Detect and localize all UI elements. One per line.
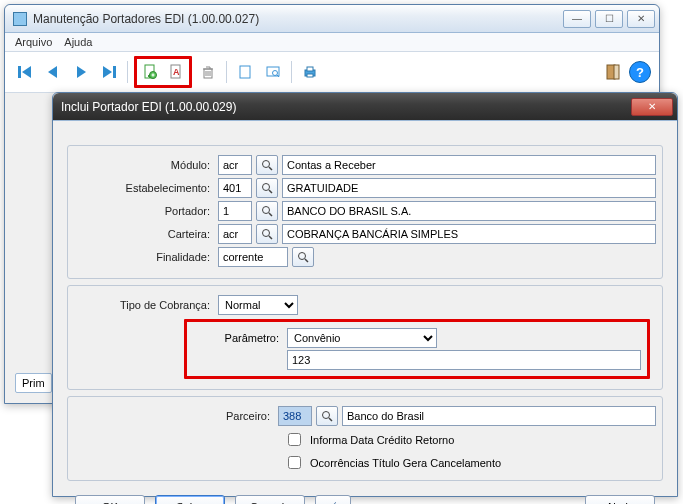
modulo-lookup-icon[interactable] bbox=[256, 155, 278, 175]
parceiro-code-input[interactable] bbox=[278, 406, 312, 426]
svg-point-21 bbox=[263, 207, 270, 214]
portador-lookup-icon[interactable] bbox=[256, 201, 278, 221]
ajuda-button[interactable]: Ajuda bbox=[585, 495, 655, 504]
carteira-code-input[interactable] bbox=[218, 224, 252, 244]
highlight-box-toolbar: A bbox=[134, 56, 192, 88]
toolbar-separator bbox=[127, 61, 128, 83]
group-cobranca: Tipo de Cobrança: Normal Parâmetro: Conv… bbox=[67, 285, 663, 390]
finalidade-input[interactable] bbox=[218, 247, 288, 267]
close-button[interactable]: ✕ bbox=[627, 10, 655, 28]
parent-title: Manutenção Portadores EDI (1.00.00.027) bbox=[33, 12, 557, 26]
svg-rect-11 bbox=[240, 66, 250, 78]
label-portador: Portador: bbox=[74, 205, 214, 217]
svg-rect-18 bbox=[614, 65, 619, 79]
estab-lookup-icon[interactable] bbox=[256, 178, 278, 198]
ok-button[interactable]: OK bbox=[75, 495, 145, 504]
dialog-close-button[interactable]: ✕ bbox=[631, 98, 673, 116]
minimize-button[interactable]: — bbox=[563, 10, 591, 28]
portador-desc-input[interactable] bbox=[282, 201, 656, 221]
group-identificacao: Módulo: Estabelecimento: Portador: Carte… bbox=[67, 145, 663, 279]
toolbar-separator bbox=[291, 61, 292, 83]
parceiro-desc-input[interactable] bbox=[342, 406, 656, 426]
label-parametro: Parâmetro: bbox=[193, 332, 283, 344]
parametro-valor-input[interactable] bbox=[287, 350, 641, 370]
svg-point-20 bbox=[263, 184, 270, 191]
check-ocorrencias-label: Ocorrências Título Gera Cancelamento bbox=[310, 457, 501, 469]
carteira-desc-input[interactable] bbox=[282, 224, 656, 244]
portador-code-input[interactable] bbox=[218, 201, 252, 221]
nav-prev-icon[interactable] bbox=[41, 60, 65, 84]
dialog-titlebar: Inclui Portador EDI (1.00.00.029) ✕ bbox=[53, 93, 677, 121]
carteira-lookup-icon[interactable] bbox=[256, 224, 278, 244]
print-icon[interactable] bbox=[298, 60, 322, 84]
label-finalidade: Finalidade: bbox=[74, 251, 214, 263]
toolbar: A ? bbox=[5, 52, 659, 93]
menubar: Arquivo Ajuda bbox=[5, 33, 659, 52]
tipo-cobranca-combo[interactable]: Normal bbox=[218, 295, 298, 315]
dialog-title: Inclui Portador EDI (1.00.00.029) bbox=[61, 100, 625, 114]
modulo-desc-input[interactable] bbox=[282, 155, 656, 175]
check-informa-data-label: Informa Data Crédito Retorno bbox=[310, 434, 454, 446]
attach-icon-button[interactable] bbox=[315, 495, 351, 504]
svg-rect-5 bbox=[113, 66, 116, 78]
maximize-button[interactable]: ☐ bbox=[595, 10, 623, 28]
parent-clipped-label: Prim bbox=[22, 377, 45, 389]
finalidade-lookup-icon[interactable] bbox=[292, 247, 314, 267]
svg-marker-1 bbox=[22, 66, 31, 78]
delete-icon[interactable] bbox=[196, 60, 220, 84]
dialog-body: Módulo: Estabelecimento: Portador: Carte… bbox=[53, 121, 677, 504]
exit-icon[interactable] bbox=[601, 60, 625, 84]
nav-next-icon[interactable] bbox=[69, 60, 93, 84]
estab-code-input[interactable] bbox=[218, 178, 252, 198]
new-record-icon[interactable] bbox=[138, 60, 162, 84]
svg-marker-4 bbox=[103, 66, 112, 78]
label-modulo: Módulo: bbox=[74, 159, 214, 171]
svg-rect-15 bbox=[307, 67, 313, 71]
check-informa-data[interactable] bbox=[288, 433, 301, 446]
parent-titlebar: Manutenção Portadores EDI (1.00.00.027) … bbox=[5, 5, 659, 33]
salva-button[interactable]: Salva bbox=[155, 495, 225, 504]
document-icon[interactable] bbox=[233, 60, 257, 84]
parametro-combo[interactable]: Convênio bbox=[287, 328, 437, 348]
modulo-code-input[interactable] bbox=[218, 155, 252, 175]
parent-clipped-button[interactable]: Prim bbox=[15, 373, 52, 393]
svg-rect-0 bbox=[18, 66, 21, 78]
group-parceiro: Parceiro: Informa Data Crédito Retorno O… bbox=[67, 396, 663, 481]
svg-marker-2 bbox=[48, 66, 57, 78]
edit-record-icon[interactable]: A bbox=[164, 60, 188, 84]
dialog-button-bar: OK Salva Cancela Ajuda bbox=[63, 487, 667, 504]
label-carteira: Carteira: bbox=[74, 228, 214, 240]
svg-point-23 bbox=[299, 253, 306, 260]
nav-first-icon[interactable] bbox=[13, 60, 37, 84]
svg-point-24 bbox=[323, 412, 330, 419]
svg-rect-16 bbox=[307, 74, 313, 77]
search-screen-icon[interactable] bbox=[261, 60, 285, 84]
label-parceiro: Parceiro: bbox=[74, 410, 274, 422]
estab-desc-input[interactable] bbox=[282, 178, 656, 198]
label-tipo-cobranca: Tipo de Cobrança: bbox=[74, 299, 214, 311]
app-icon bbox=[13, 12, 27, 26]
toolbar-separator bbox=[226, 61, 227, 83]
nav-last-icon[interactable] bbox=[97, 60, 121, 84]
svg-text:A: A bbox=[173, 67, 180, 77]
label-estab: Estabelecimento: bbox=[74, 182, 214, 194]
svg-point-22 bbox=[263, 230, 270, 237]
svg-point-19 bbox=[263, 161, 270, 168]
parceiro-lookup-icon[interactable] bbox=[316, 406, 338, 426]
help-icon[interactable]: ? bbox=[629, 61, 651, 83]
menu-arquivo[interactable]: Arquivo bbox=[15, 36, 52, 48]
svg-marker-3 bbox=[77, 66, 86, 78]
check-ocorrencias[interactable] bbox=[288, 456, 301, 469]
menu-ajuda[interactable]: Ajuda bbox=[64, 36, 92, 48]
highlight-box-parametro: Parâmetro: Convênio bbox=[184, 319, 650, 379]
cancela-button[interactable]: Cancela bbox=[235, 495, 305, 504]
